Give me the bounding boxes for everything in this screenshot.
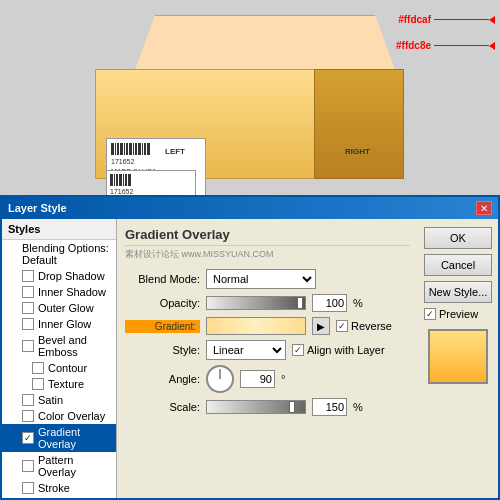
contour-checkbox[interactable] — [32, 362, 44, 374]
opacity-slider[interactable] — [206, 296, 306, 310]
preview-label-row: Preview — [424, 308, 492, 320]
style-item-blending[interactable]: Blending Options: Default — [2, 240, 116, 268]
second-label-text: 171652MADE IN USA — [110, 188, 192, 195]
blend-mode-label: Blend Mode: — [125, 273, 200, 285]
opacity-value[interactable]: 100 — [312, 294, 347, 312]
inner-shadow-label: Inner Shadow — [38, 286, 106, 298]
inner-glow-label: Inner Glow — [38, 318, 91, 330]
preview-box — [428, 329, 488, 384]
reverse-label: Reverse — [351, 320, 392, 332]
bevel-emboss-label: Bevel and Emboss — [38, 334, 110, 358]
blend-mode-row: Blend Mode: Normal — [125, 269, 410, 289]
dialog-title: Layer Style — [8, 202, 67, 214]
style-item-gradient-overlay[interactable]: Gradient Overlay — [2, 424, 116, 452]
drop-shadow-label: Drop Shadow — [38, 270, 105, 282]
canvas-area: 171652MADE IN USA 171652MADE IN USA 1716… — [0, 0, 500, 195]
angle-label: Angle: — [125, 373, 200, 385]
left-label: LEFT — [165, 147, 185, 156]
box-second-label: 171652MADE IN USA — [106, 170, 196, 195]
gradient-edit-btn[interactable]: ▶ — [312, 317, 330, 335]
satin-label: Satin — [38, 394, 63, 406]
style-item-drop-shadow[interactable]: Drop Shadow — [2, 268, 116, 284]
cancel-button[interactable]: Cancel — [424, 254, 492, 276]
style-item-pattern-overlay[interactable]: Pattern Overlay — [2, 452, 116, 480]
arrow-1 — [434, 16, 495, 24]
color-overlay-label: Color Overlay — [38, 410, 105, 422]
right-label: RIGHT — [345, 147, 370, 156]
scale-row: Scale: 150 % — [125, 398, 410, 416]
content-area: Gradient Overlay 素材设计论坛 www.MISSYUAN.COM… — [117, 219, 418, 498]
watermark: 素材设计论坛 www.MISSYUAN.COM — [125, 248, 410, 261]
close-button[interactable]: ✕ — [476, 201, 492, 215]
scale-slider-thumb[interactable] — [289, 401, 295, 413]
style-item-outer-glow[interactable]: Outer Glow — [2, 300, 116, 316]
scale-slider[interactable] — [206, 400, 306, 414]
align-checkbox[interactable] — [292, 344, 304, 356]
angle-unit: ° — [281, 373, 285, 385]
color-value-1: #ffdcaf — [398, 14, 431, 25]
reverse-checkbox[interactable] — [336, 320, 348, 332]
gradient-row: Gradient: ▶ Reverse — [125, 317, 410, 335]
pattern-overlay-label: Pattern Overlay — [38, 454, 110, 478]
dialog-body: Styles Blending Options: Default Drop Sh… — [2, 219, 498, 498]
opacity-unit: % — [353, 297, 363, 309]
style-item-inner-shadow[interactable]: Inner Shadow — [2, 284, 116, 300]
bevel-emboss-checkbox[interactable] — [22, 340, 34, 352]
gradient-overlay-label: Gradient Overlay — [38, 426, 110, 450]
angle-dial[interactable] — [206, 365, 234, 393]
reverse-checkbox-row: Reverse — [336, 320, 392, 332]
content-title: Gradient Overlay — [125, 227, 410, 246]
gradient-overlay-checkbox[interactable] — [22, 432, 34, 444]
scale-label: Scale: — [125, 401, 200, 413]
satin-checkbox[interactable] — [22, 394, 34, 406]
box-front-face: 171652MADE IN USA 171652MADE IN USA — [95, 69, 315, 179]
color-annotation-2: #ffdc8e — [396, 40, 495, 51]
scale-unit: % — [353, 401, 363, 413]
arrow-2 — [434, 42, 495, 50]
box-right-face: 171652 — [314, 69, 404, 179]
preview-checkbox[interactable] — [424, 308, 436, 320]
dialog-titlebar: Layer Style ✕ — [2, 197, 498, 219]
blend-mode-select[interactable]: Normal — [206, 269, 316, 289]
color-annotation-1: #ffdcaf — [398, 14, 495, 25]
style-row: Style: Linear Align with Layer — [125, 340, 410, 360]
style-label: Style: — [125, 344, 200, 356]
style-item-contour[interactable]: Contour — [2, 360, 116, 376]
color-overlay-checkbox[interactable] — [22, 410, 34, 422]
stroke-checkbox[interactable] — [22, 482, 34, 494]
styles-header: Styles — [2, 219, 116, 240]
style-item-inner-glow[interactable]: Inner Glow — [2, 316, 116, 332]
outer-glow-checkbox[interactable] — [22, 302, 34, 314]
texture-label: Texture — [48, 378, 84, 390]
ok-button[interactable]: OK — [424, 227, 492, 249]
angle-value[interactable]: 90 — [240, 370, 275, 388]
gradient-preview[interactable] — [206, 317, 306, 335]
style-item-color-overlay[interactable]: Color Overlay — [2, 408, 116, 424]
opacity-slider-thumb[interactable] — [297, 297, 303, 309]
style-item-bevel-emboss[interactable]: Bevel and Emboss — [2, 332, 116, 360]
style-item-texture[interactable]: Texture — [2, 376, 116, 392]
style-select[interactable]: Linear — [206, 340, 286, 360]
blending-label: Blending Options: Default — [22, 242, 110, 266]
align-checkbox-row: Align with Layer — [292, 344, 385, 356]
layer-style-dialog: Layer Style ✕ Styles Blending Options: D… — [0, 195, 500, 500]
texture-checkbox[interactable] — [32, 378, 44, 390]
preview-label: Preview — [439, 308, 478, 320]
opacity-label: Opacity: — [125, 297, 200, 309]
new-style-button[interactable]: New Style... — [424, 281, 492, 303]
inner-glow-checkbox[interactable] — [22, 318, 34, 330]
inner-shadow-checkbox[interactable] — [22, 286, 34, 298]
pattern-overlay-checkbox[interactable] — [22, 460, 34, 472]
color-value-2: #ffdc8e — [396, 40, 431, 51]
style-item-stroke[interactable]: Stroke — [2, 480, 116, 496]
styles-panel: Styles Blending Options: Default Drop Sh… — [2, 219, 117, 498]
box-top-face — [135, 15, 395, 70]
opacity-row: Opacity: 100 % — [125, 294, 410, 312]
angle-control: 90 ° — [206, 365, 285, 393]
style-item-satin[interactable]: Satin — [2, 392, 116, 408]
angle-row: Angle: 90 ° — [125, 365, 410, 393]
barcode — [111, 143, 201, 155]
drop-shadow-checkbox[interactable] — [22, 270, 34, 282]
scale-value[interactable]: 150 — [312, 398, 347, 416]
stroke-label: Stroke — [38, 482, 70, 494]
